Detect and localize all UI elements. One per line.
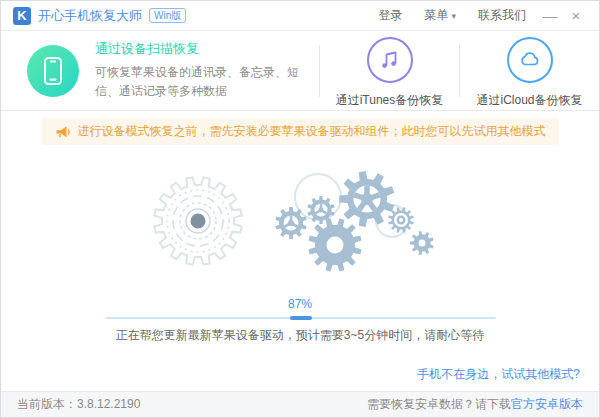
minimize-button[interactable]: — xyxy=(537,2,563,30)
menu-link[interactable]: 菜单▾ xyxy=(424,7,456,24)
version-text: 当前版本：3.8.12.2190 xyxy=(17,396,140,413)
itunes-music-icon xyxy=(367,37,413,83)
app-window: K 开心手机恢复大师 Win版 登录 菜单▾ 联系我们 — × 通过设备扫描恢复… xyxy=(0,0,600,418)
mode-device-scan[interactable]: 通过设备扫描恢复 可恢复苹果设备的通讯录、备忘录、短信、通话记录等多种数据 xyxy=(1,31,319,110)
android-version-link[interactable]: 官方安卓版本 xyxy=(511,397,583,411)
mode-selector: 通过设备扫描恢复 可恢复苹果设备的通讯录、备忘录、短信、通话记录等多种数据 通过… xyxy=(1,31,599,111)
app-title: 开心手机恢复大师 xyxy=(38,7,142,25)
progress-bar-thumb xyxy=(290,316,312,320)
win-version-badge: Win版 xyxy=(149,8,186,23)
menu-label: 菜单 xyxy=(424,8,448,22)
login-link[interactable]: 登录 xyxy=(378,7,402,24)
chevron-down-icon: ▾ xyxy=(451,11,456,21)
close-button[interactable]: × xyxy=(563,2,589,30)
titlebar: K 开心手机恢复大师 Win版 登录 菜单▾ 联系我们 — × xyxy=(1,1,599,31)
app-logo-icon: K xyxy=(13,7,31,25)
device-mode-title: 通过设备扫描恢复 xyxy=(95,40,307,58)
try-other-mode-link[interactable]: 手机不在身边，试试其他模式? xyxy=(417,366,580,383)
device-phone-icon xyxy=(27,45,79,97)
progress-bar xyxy=(106,317,496,319)
statusbar: 当前版本：3.8.12.2190 需要恢复安卓数据？请下载官方安卓版本 xyxy=(1,391,599,417)
icloud-cloud-icon xyxy=(507,37,553,83)
gears-illustration xyxy=(1,163,599,285)
icloud-mode-label: 通过iCloud备份恢复 xyxy=(476,92,582,109)
device-mode-text: 通过设备扫描恢复 可恢复苹果设备的通讯录、备忘录、短信、通话记录等多种数据 xyxy=(95,40,307,100)
contact-us-link[interactable]: 联系我们 xyxy=(478,7,526,24)
device-mode-description: 可恢复苹果设备的通讯录、备忘录、短信、通话记录等多种数据 xyxy=(95,63,307,100)
progress-status: 正在帮您更新最新苹果设备驱动，预计需要3~5分钟时间，请耐心等待 xyxy=(1,327,599,344)
itunes-mode-label: 通过iTunes备份恢复 xyxy=(336,92,444,109)
progress-percent: 87% xyxy=(1,297,599,311)
main-content: 进行设备模式恢复之前，需先安装必要苹果设备驱动和组件；此时您可以先试用其他模式 … xyxy=(1,111,599,391)
notice-text: 进行设备模式恢复之前，需先安装必要苹果设备驱动和组件；此时您可以先试用其他模式 xyxy=(78,123,546,140)
android-prompt: 需要恢复安卓数据？请下载官方安卓版本 xyxy=(367,396,583,413)
mode-itunes[interactable]: 通过iTunes备份恢复 xyxy=(320,31,459,110)
megaphone-icon xyxy=(55,125,71,139)
mode-icloud[interactable]: 通过iCloud备份恢复 xyxy=(460,31,599,110)
logo-letter: K xyxy=(17,8,26,23)
notice-bar: 进行设备模式恢复之前，需先安装必要苹果设备驱动和组件；此时您可以先试用其他模式 xyxy=(42,118,559,145)
notice-row: 进行设备模式恢复之前，需先安装必要苹果设备驱动和组件；此时您可以先试用其他模式 xyxy=(1,118,599,145)
